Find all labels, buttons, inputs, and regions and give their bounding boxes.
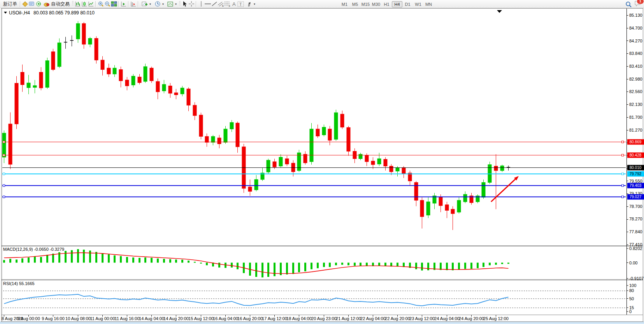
timeframe-button-m30[interactable]: M30: [371, 1, 381, 7]
hline-handle[interactable]: [622, 185, 624, 187]
timeframe-button-m5[interactable]: M5: [350, 1, 360, 7]
bar-chart-icon[interactable]: [74, 1, 81, 7]
x-axis-date-label: 11 Aug 16:00: [114, 316, 139, 321]
candle-bear: [21, 72, 24, 85]
candle-bear: [218, 138, 221, 144]
x-axis-date-label: 22 Aug 04:00: [360, 316, 386, 321]
timeframe-button-d1[interactable]: D1: [402, 1, 413, 7]
notification-badge[interactable]: 1: [637, 0, 644, 4]
horizontal-line-icon[interactable]: [204, 1, 211, 7]
y-axis-tick-label: 79.550: [629, 179, 642, 183]
hline-handle[interactable]: [3, 154, 5, 156]
hline-handle[interactable]: [622, 173, 624, 175]
candle-bull: [297, 153, 301, 171]
timeframe-button-h1[interactable]: H1: [381, 1, 392, 7]
main-toolbar: 新订单 自动交易: [0, 0, 644, 8]
arrow-tools-button[interactable]: ▾: [244, 0, 257, 8]
chevron-down-icon: ▾: [149, 2, 151, 6]
candle-bear: [328, 129, 332, 140]
text-label-icon[interactable]: T: [237, 1, 244, 7]
arrange-charts-icon[interactable]: [120, 1, 127, 7]
macd-histogram-bar: [274, 263, 275, 276]
macd-histogram-bar: [427, 263, 429, 271]
macd-axis-label: -0.9107: [629, 276, 644, 281]
auto-trading-button[interactable]: 自动交易: [42, 0, 71, 8]
macd-histogram-bar: [440, 263, 442, 270]
candle-bear: [273, 162, 276, 167]
hline-handle[interactable]: [3, 196, 5, 198]
macd-histogram-bar: [421, 263, 423, 271]
chat-button[interactable]: 1: [634, 0, 642, 9]
hline-handle[interactable]: [622, 196, 624, 198]
trendline-icon[interactable]: [211, 1, 218, 7]
candle-bear: [168, 86, 172, 93]
vertical-line-icon[interactable]: [198, 1, 204, 7]
candle-bear: [15, 83, 18, 124]
candle-bull: [88, 39, 92, 44]
macd-histogram-bar: [286, 263, 288, 275]
candle-bull: [359, 154, 362, 158]
candle-bear: [248, 187, 252, 191]
candle-bull: [2, 133, 6, 157]
chevron-down-icon: ▾: [162, 2, 164, 6]
cursor-icon[interactable]: [181, 1, 188, 7]
new-chart-button[interactable]: ▾: [140, 0, 153, 8]
hline-handle[interactable]: [622, 141, 624, 143]
fibonacci-icon[interactable]: F: [224, 1, 231, 7]
auto-trading-label: 自动交易: [51, 1, 70, 7]
market-watch-icon[interactable]: [28, 1, 35, 7]
collapse-icon[interactable]: [4, 12, 7, 14]
macd-histogram-bar: [501, 263, 503, 264]
timeframe-button-w1[interactable]: W1: [413, 1, 423, 7]
macd-histogram-bar: [231, 263, 233, 268]
x-axis-date-label: 15 Aug 12:00: [188, 316, 214, 321]
new-order-button[interactable]: 新订单: [2, 0, 19, 8]
timeframe-button-m1[interactable]: M1: [339, 1, 350, 7]
hline-handle[interactable]: [622, 154, 624, 156]
macd-histogram-bar: [335, 263, 337, 266]
line-chart-icon[interactable]: [88, 1, 94, 7]
candle-bear: [451, 209, 454, 213]
timeframe-button-m15[interactable]: M15: [360, 1, 371, 7]
macd-histogram-bar: [317, 263, 319, 268]
text-icon[interactable]: A: [231, 1, 237, 7]
hline-handle[interactable]: [3, 173, 5, 175]
macd-histogram-bar: [218, 263, 220, 268]
chart-template-button[interactable]: ▾: [165, 0, 178, 8]
candlestick-chart-icon[interactable]: [81, 1, 88, 7]
candle-bear: [156, 81, 160, 92]
candle-bear: [51, 52, 55, 70]
macd-histogram-bar: [157, 259, 159, 263]
chart-template-icon: [167, 1, 174, 7]
svg-text:T: T: [239, 2, 242, 6]
x-axis-date-label: 9 Aug 16:00: [42, 316, 65, 321]
search-icon[interactable]: [625, 1, 632, 7]
sound-icon[interactable]: [35, 1, 42, 7]
macd-histogram-bar: [108, 254, 110, 262]
period-clock-button[interactable]: ▾: [153, 0, 165, 8]
charts-profile-icon[interactable]: [22, 1, 28, 7]
svg-text:A: A: [232, 1, 236, 7]
macd-histogram-bar: [397, 263, 398, 267]
zoom-out-icon[interactable]: [104, 1, 111, 7]
candle-bear: [414, 183, 418, 201]
y-axis-tick-label: 77.840: [629, 229, 642, 234]
cascade-charts-icon[interactable]: [130, 1, 137, 7]
x-axis-date-label: 16 Aug 04:00: [213, 316, 238, 321]
timeframe-button-h4[interactable]: H4: [392, 1, 402, 7]
candle-bear: [199, 115, 203, 136]
candle-bull: [230, 122, 233, 129]
y-axis-tick-label: 83.410: [629, 64, 642, 69]
candle-bear: [9, 124, 12, 164]
timeframe-button-mn[interactable]: MN: [423, 1, 434, 7]
macd-histogram-bar: [329, 263, 331, 267]
hline-handle[interactable]: [3, 185, 5, 187]
macd-histogram-bar: [304, 263, 306, 271]
zoom-in-icon[interactable]: [97, 1, 104, 7]
auto-trading-icon: [43, 1, 50, 7]
tile-windows-icon[interactable]: [111, 1, 117, 7]
chart-canvas[interactable]: 85.13084.70084.27083.84083.41082.98082.5…: [0, 0, 644, 324]
equidistant-channel-icon[interactable]: E: [218, 1, 224, 7]
crosshair-icon[interactable]: [188, 1, 195, 7]
hline-handle[interactable]: [3, 141, 5, 143]
